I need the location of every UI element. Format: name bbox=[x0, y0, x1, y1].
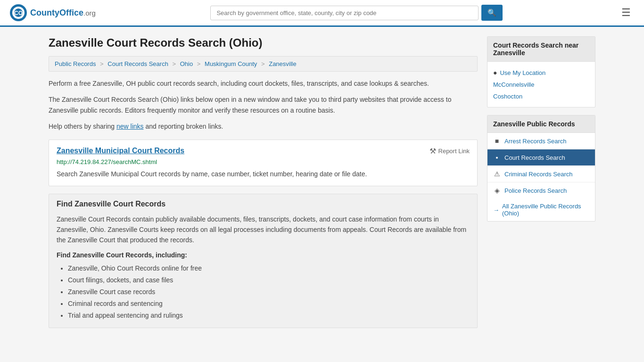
find-section: Find Zanesville Court Records Zanesville… bbox=[49, 194, 478, 328]
sidebar-link-police-records-search[interactable]: ◈Police Records Search bbox=[487, 182, 595, 198]
record-url[interactable]: http://74.219.84.227/searchMC.shtml bbox=[57, 158, 470, 165]
breadcrumb-muskingum-county[interactable]: Muskingum County bbox=[205, 60, 257, 67]
breadcrumb-sep-4: > bbox=[261, 60, 265, 67]
location-pin-icon: ● bbox=[493, 69, 497, 76]
svg-text:CO: CO bbox=[14, 10, 23, 16]
sidebar-link-label-2: Criminal Records Search bbox=[504, 171, 573, 178]
sidebar-public-records-title: Zanesville Public Records bbox=[487, 115, 595, 133]
arrow-right-icon: → bbox=[493, 206, 499, 214]
page-title: Zanesville Court Records Search (Ohio) bbox=[49, 36, 478, 49]
use-my-location-item[interactable]: ● Use My Location bbox=[493, 66, 589, 79]
location-coshocton[interactable]: Coshocton bbox=[493, 90, 589, 102]
record-description: Search Zanesville Municipal Court record… bbox=[57, 169, 470, 179]
breadcrumb-court-records-search[interactable]: Court Records Search bbox=[107, 60, 168, 67]
search-area: 🔍 bbox=[210, 5, 503, 21]
find-section-title: Find Zanesville Court Records bbox=[57, 200, 470, 208]
description-para2: The Zanesville Court Records Search (Ohi… bbox=[49, 94, 478, 115]
sidebar-link-icon-0: ■ bbox=[493, 137, 501, 145]
sidebar-public-records-section: Zanesville Public Records ■Arrest Record… bbox=[487, 115, 595, 222]
find-list-item: Trial and appeal sentencing and rulings bbox=[68, 310, 470, 321]
sidebar-link-label-1: Court Records Search bbox=[504, 154, 565, 161]
record-card: Zanesville Municipal Court Records ⚒ Rep… bbox=[49, 140, 478, 186]
sidebar-link-icon-2: ⚠ bbox=[493, 170, 501, 178]
sidebar-links: ■Arrest Records Search▪Court Records Sea… bbox=[487, 133, 595, 198]
sidebar-link-criminal-records-search[interactable]: ⚠Criminal Records Search bbox=[487, 166, 595, 182]
find-list: Zanesville, Ohio Court Records online fo… bbox=[68, 263, 470, 322]
search-icon: 🔍 bbox=[487, 8, 496, 16]
logo-icon: CO bbox=[9, 4, 27, 22]
header: CO CountyOffice.org 🔍 ☰ bbox=[0, 0, 644, 27]
new-links-link[interactable]: new links bbox=[116, 123, 144, 130]
location-mcconnelsville[interactable]: McConnelsville bbox=[493, 79, 589, 90]
find-including-label: Find Zanesville Court Records, including… bbox=[57, 251, 470, 259]
report-link-label: Report Link bbox=[438, 148, 470, 155]
all-zanesville-label: All Zanesville Public Records (Ohio) bbox=[502, 203, 589, 217]
breadcrumb-sep-3: > bbox=[197, 60, 201, 67]
sidebar-link-court-records-search[interactable]: ▪Court Records Search bbox=[487, 149, 595, 166]
report-link-button[interactable]: ⚒ Report Link bbox=[429, 147, 470, 156]
sidebar-nearby-content: ● Use My Location McConnelsville Coshoct… bbox=[487, 62, 595, 107]
description-para1: Perform a free Zanesville, OH public cou… bbox=[49, 78, 478, 89]
sidebar-link-label-3: Police Records Search bbox=[504, 187, 567, 194]
find-list-item: Criminal records and sentencing bbox=[68, 298, 470, 310]
description-para3-suffix: and reporting broken links. bbox=[144, 123, 223, 130]
content-area: Zanesville Court Records Search (Ohio) P… bbox=[49, 36, 478, 328]
find-list-item: Zanesville, Ohio Court Records online fo… bbox=[68, 263, 470, 274]
search-input[interactable] bbox=[210, 6, 479, 20]
sidebar-nearby-section: Court Records Search near Zanesville ● U… bbox=[487, 36, 595, 107]
breadcrumb-public-records[interactable]: Public Records bbox=[55, 60, 96, 67]
hamburger-menu-button[interactable]: ☰ bbox=[618, 5, 635, 21]
find-list-item: Court filings, dockets, and case files bbox=[68, 274, 470, 286]
main-container: Zanesville Court Records Search (Ohio) P… bbox=[39, 27, 605, 337]
sidebar-link-icon-1: ▪ bbox=[493, 154, 501, 161]
sidebar-link-arrest-records-search[interactable]: ■Arrest Records Search bbox=[487, 133, 595, 149]
description-para3-prefix: Help others by sharing bbox=[49, 123, 116, 130]
record-link-title[interactable]: Zanesville Municipal Court Records bbox=[57, 147, 184, 155]
logo-area: CO CountyOffice.org bbox=[9, 4, 96, 22]
breadcrumb-zanesville[interactable]: Zanesville bbox=[269, 60, 297, 67]
sidebar-nearby-title: Court Records Search near Zanesville bbox=[487, 37, 595, 62]
search-button[interactable]: 🔍 bbox=[481, 5, 503, 21]
sidebar-link-label-0: Arrest Records Search bbox=[504, 138, 567, 145]
description-para3: Help others by sharing new links and rep… bbox=[49, 121, 478, 132]
find-list-item: Zanesville Court case records bbox=[68, 286, 470, 298]
hamburger-icon: ☰ bbox=[621, 7, 631, 18]
find-description: Zanesville Court Records contain publicl… bbox=[57, 214, 470, 246]
breadcrumb-ohio[interactable]: Ohio bbox=[180, 60, 193, 67]
breadcrumb: Public Records > Court Records Search > … bbox=[49, 56, 478, 72]
sidebar-link-icon-3: ◈ bbox=[493, 187, 501, 194]
all-zanesville-link[interactable]: → All Zanesville Public Records (Ohio) bbox=[487, 198, 595, 221]
sidebar: Court Records Search near Zanesville ● U… bbox=[487, 36, 595, 328]
report-link-icon: ⚒ bbox=[429, 147, 436, 156]
logo-text: CountyOffice.org bbox=[30, 8, 96, 18]
breadcrumb-sep-2: > bbox=[173, 60, 176, 67]
use-my-location-label: Use My Location bbox=[500, 69, 545, 76]
breadcrumb-sep-1: > bbox=[100, 60, 104, 67]
record-card-header: Zanesville Municipal Court Records ⚒ Rep… bbox=[57, 147, 470, 156]
